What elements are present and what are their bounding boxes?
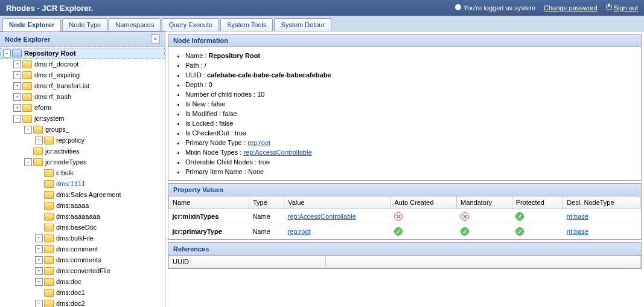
check-icon: ✓	[515, 227, 524, 236]
tree-label: dms:doc1	[56, 289, 85, 296]
mixin-type-link[interactable]: rep:AccessControllable	[243, 149, 311, 156]
collapse-icon[interactable]: -	[13, 115, 21, 123]
tree-label: dms:rf_transferList	[34, 82, 89, 89]
tree-node[interactable]: +eform	[0, 102, 165, 113]
repository-icon	[12, 50, 22, 57]
tab-system-detour[interactable]: System Detour	[274, 18, 331, 31]
folder-icon	[22, 71, 32, 79]
tab-node-explorer[interactable]: Node Explorer	[2, 18, 61, 31]
tree-node[interactable]: +dms:doc	[0, 276, 165, 287]
tree-label: dms:bulkFile	[56, 234, 94, 242]
tree-node[interactable]: +dms:rf_docroot	[0, 59, 165, 69]
tree-node[interactable]: +dms:rf_transferList	[0, 80, 165, 91]
folder-icon	[44, 289, 54, 297]
info-primaryitem: Primary Item Name : None	[185, 167, 635, 176]
tree-node[interactable]: -groups_	[0, 124, 165, 135]
expand-icon[interactable]: +	[35, 234, 43, 242]
collapse-icon[interactable]: -	[24, 158, 32, 166]
cross-icon: ✕	[461, 212, 469, 221]
primary-type-link[interactable]: rep:root	[247, 139, 270, 146]
expand-icon[interactable]: +	[13, 71, 21, 79]
info-ischeckedout: Is CheckedOut : true	[185, 128, 635, 138]
table-row: jcr:mixinTypesNamerep:AccessControllable…	[169, 209, 641, 224]
tree-node[interactable]: +dms:comments	[0, 254, 165, 265]
value-link[interactable]: rep:root	[288, 228, 311, 235]
tree-node[interactable]: dms:1111	[0, 178, 165, 189]
expand-icon[interactable]: +	[13, 82, 21, 90]
tree-label: jcr:activities	[45, 147, 80, 155]
value-link[interactable]: rep:AccessControllable	[288, 213, 356, 220]
tree-node[interactable]: +rep:policy	[0, 135, 165, 146]
tree-label: dms:1111	[56, 180, 85, 187]
tree-node[interactable]: c:bulk	[0, 167, 165, 178]
folder-icon	[33, 158, 43, 166]
tab-query-execute[interactable]: Query Execute	[162, 18, 219, 31]
tab-namespaces[interactable]: Namespaces	[109, 18, 161, 31]
expand-icon[interactable]: +	[13, 60, 21, 68]
expand-icon[interactable]: +	[35, 245, 43, 253]
app-title: Rhodes - JCR Explorer.	[6, 4, 93, 13]
expand-icon[interactable]: +	[35, 300, 43, 308]
tree-node[interactable]: -jcr:system	[0, 113, 165, 124]
cross-icon: ✕	[394, 212, 403, 221]
prop-decl: nt:base	[563, 209, 641, 224]
tree-node[interactable]: +dms:comment	[0, 244, 165, 254]
tree-node[interactable]: dms:baseDoc	[0, 222, 165, 233]
collapse-left-icon[interactable]: «	[151, 34, 160, 44]
decl-link[interactable]: nt:base	[567, 228, 588, 235]
col-header[interactable]: Name	[169, 196, 249, 209]
tree-node[interactable]: dms:aaaaaaaa	[0, 211, 165, 222]
expand-icon[interactable]: +	[13, 93, 21, 101]
main-tabs: Node ExplorerNode TypeNamespacesQuery Ex…	[0, 16, 644, 31]
collapse-icon[interactable]: -	[24, 126, 32, 134]
expand-icon[interactable]: +	[35, 256, 43, 264]
folder-icon	[22, 82, 32, 90]
col-header[interactable]: Decl. NodeType	[563, 196, 641, 209]
folder-icon	[44, 256, 54, 264]
tree-node[interactable]: -jcr:nodeTypes	[0, 157, 165, 167]
prop-value: rep:AccessControllable	[284, 209, 391, 224]
tab-system-tools[interactable]: System Tools	[220, 18, 273, 31]
expand-icon[interactable]: +	[35, 278, 43, 286]
decl-link[interactable]: nt:base	[567, 213, 588, 220]
info-isnew: Is New : false	[185, 99, 635, 109]
tab-node-type[interactable]: Node Type	[62, 18, 107, 31]
change-password-link[interactable]: Change password	[544, 4, 598, 11]
expand-icon[interactable]: +	[35, 137, 43, 144]
toggle-spacer	[35, 213, 43, 221]
power-icon	[606, 4, 612, 10]
tree-node[interactable]: dms:doc1	[0, 287, 165, 298]
tree-label: groups_	[45, 126, 69, 133]
tree-node[interactable]: +dms:rf_trash	[0, 91, 165, 102]
tree-node[interactable]: dms:aaaaa	[0, 200, 165, 211]
node-info-header: Node Information	[168, 34, 641, 47]
info-depth: Depth : 0	[185, 80, 635, 89]
tree-node[interactable]: +dms:bulkFile	[0, 233, 165, 244]
col-header[interactable]: Protected	[512, 196, 563, 209]
tree-label: dms:comment	[56, 245, 98, 253]
expand-icon[interactable]: +	[13, 104, 21, 112]
tree-label: dms:aaaaaaaa	[56, 213, 100, 220]
col-header[interactable]: Mandatory	[457, 196, 512, 209]
references-header: References	[168, 243, 641, 256]
col-header[interactable]: Value	[284, 196, 391, 209]
folder-icon	[44, 278, 54, 286]
prop-prot: ✓	[512, 209, 563, 224]
tree-node[interactable]: +dms:doc2	[0, 298, 165, 307]
tree-node[interactable]: jcr:activities	[0, 146, 165, 157]
tree: -Repository Root+dms:rf_docroot+dms:rf_e…	[0, 47, 165, 307]
tree-label: jcr:nodeTypes	[45, 158, 86, 166]
col-header[interactable]: Auto Created	[391, 196, 457, 209]
folder-icon	[44, 300, 54, 308]
tree-node[interactable]: dms:Sales Agreement	[0, 189, 165, 200]
collapse-icon[interactable]: -	[3, 50, 11, 57]
ref-col-uuid: UUID	[169, 256, 326, 268]
node-info-section: Node Information Name : Repository Root …	[168, 34, 642, 181]
toggle-spacer	[24, 147, 32, 155]
sign-out-link[interactable]: Sign out	[606, 4, 638, 11]
tree-node[interactable]: +dms:rf_expiring	[0, 69, 165, 80]
tree-node[interactable]: -Repository Root	[0, 48, 165, 59]
tree-node[interactable]: +dms:convertedFile	[0, 265, 165, 276]
expand-icon[interactable]: +	[35, 267, 43, 275]
col-header[interactable]: Type	[249, 196, 284, 209]
